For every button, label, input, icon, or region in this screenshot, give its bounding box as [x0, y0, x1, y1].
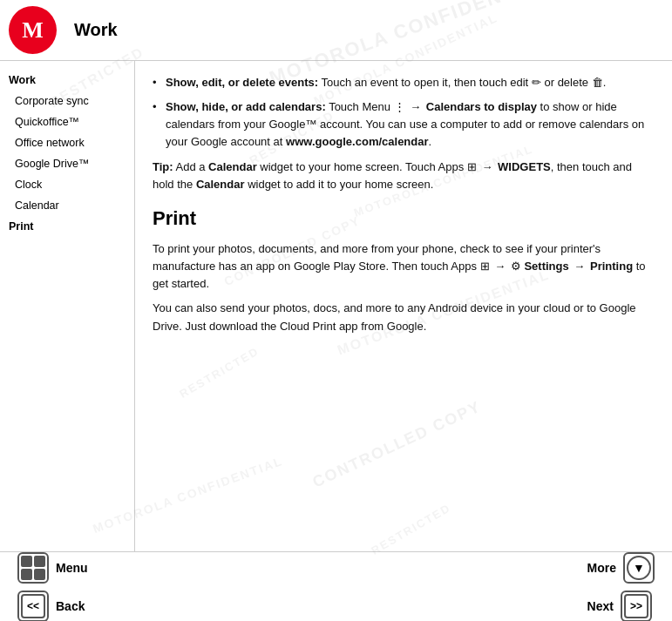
bullet-1-bold: Show, edit, or delete events: — [166, 76, 318, 89]
bullet-item-2: Show, hide, or add calendars: Touch Menu… — [153, 98, 655, 151]
content-area: Show, edit, or delete events: Touch an e… — [135, 61, 672, 551]
grid-cell-2 — [34, 556, 45, 567]
sidebar-item-office-network[interactable]: Office network — [4, 132, 130, 153]
header: M Work — [0, 0, 672, 61]
page-title: Work — [74, 20, 118, 40]
bullet-list: Show, edit, or delete events: Touch an e… — [153, 74, 655, 152]
sidebar-item-quickoffice[interactable]: Quickoffice™ — [4, 111, 130, 132]
footer-right: More ▼ Next >> — [587, 552, 655, 622]
sidebar-item-calendar[interactable]: Calendar — [4, 195, 130, 216]
sidebar-item-google-drive[interactable]: Google Drive™ — [4, 153, 130, 174]
print-para-2: You can also send your photos, docs, and… — [153, 300, 655, 334]
bullet-1-text: Touch an event to open it, then touch ed… — [321, 76, 606, 89]
menu-icon — [17, 552, 49, 584]
motorola-logo: M — [9, 6, 57, 54]
sidebar-item-work[interactable]: Work — [4, 70, 130, 91]
back-button[interactable]: << Back — [17, 591, 500, 622]
grid-icon — [21, 556, 45, 580]
next-label: Next — [587, 599, 614, 613]
more-label: More — [587, 561, 616, 575]
main-content: Work Corporate sync Quickoffice™ Office … — [0, 61, 672, 551]
print-para-1: To print your photos, documents, and mor… — [153, 240, 655, 293]
menu-label: Menu — [56, 561, 88, 575]
back-chevron: << — [21, 594, 45, 618]
next-icon: >> — [621, 591, 652, 622]
back-icon: << — [17, 591, 49, 622]
footer-left: Menu << Back — [17, 552, 500, 622]
footer: Menu << Back More ▼ Next >> — [0, 551, 672, 621]
next-button[interactable]: Next >> — [587, 591, 652, 622]
tip-paragraph: Tip: Add a Calendar widget to your home … — [153, 159, 655, 193]
grid-cell-4 — [34, 569, 45, 580]
next-chevron: >> — [624, 594, 648, 618]
menu-button[interactable]: Menu — [17, 552, 500, 584]
sidebar-item-clock[interactable]: Clock — [4, 174, 130, 195]
sidebar-item-corporate-sync[interactable]: Corporate sync — [4, 91, 130, 111]
grid-cell-1 — [21, 556, 32, 567]
grid-cell-3 — [21, 569, 32, 580]
print-section-title: Print — [153, 204, 655, 233]
bullet-2-bold: Show, hide, or add calendars: — [166, 100, 326, 113]
down-chevron: ▼ — [627, 556, 651, 580]
bullet-item-1: Show, edit, or delete events: Touch an e… — [153, 74, 655, 91]
sidebar: Work Corporate sync Quickoffice™ Office … — [0, 61, 135, 551]
sidebar-item-print[interactable]: Print — [4, 216, 130, 237]
more-icon: ▼ — [623, 552, 655, 584]
more-button[interactable]: More ▼ — [587, 552, 655, 584]
back-label: Back — [56, 599, 85, 613]
logo-letter: M — [22, 17, 44, 44]
